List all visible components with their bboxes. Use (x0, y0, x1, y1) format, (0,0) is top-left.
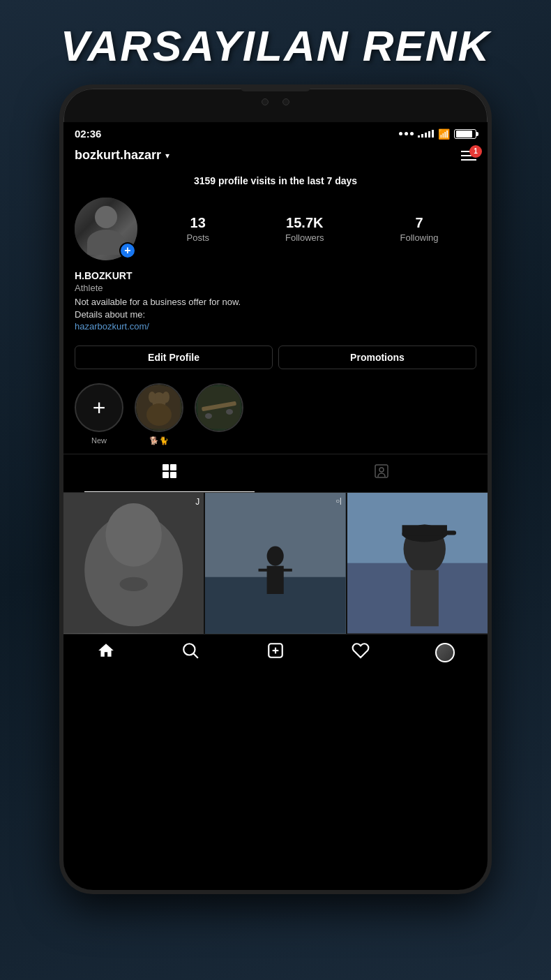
posts-count: 13 (186, 215, 209, 231)
dropdown-arrow-icon: ▾ (165, 151, 169, 161)
visits-suffix: profile visits in the last 7 days (216, 175, 357, 186)
nav-heart[interactable] (318, 641, 403, 665)
svg-point-18 (120, 577, 148, 591)
nav-add[interactable] (233, 641, 318, 665)
svg-point-17 (105, 503, 162, 567)
followers-label: Followers (285, 232, 324, 243)
status-icons: 📶 (399, 128, 476, 140)
grid-item-2[interactable]: ○| (205, 493, 345, 633)
bio-area: H.BOZKURT Athlete Not available for a bu… (63, 267, 488, 340)
tab-tagged[interactable] (276, 454, 488, 492)
person-icon (373, 463, 390, 484)
svg-rect-31 (442, 531, 456, 535)
story-dog[interactable]: 🐕🐈 (135, 383, 183, 445)
action-buttons: Edit Profile Promotions (63, 340, 488, 375)
phone-frame: 02:36 📶 (59, 84, 492, 894)
edit-profile-button[interactable]: Edit Profile (75, 346, 273, 369)
followers-count: 15.7K (285, 215, 324, 231)
promotions-button[interactable]: Promotions (278, 346, 476, 369)
svg-point-7 (205, 413, 212, 419)
following-stat[interactable]: 7 Following (400, 215, 439, 244)
svg-rect-13 (375, 465, 388, 477)
stats-area: 13 Posts 15.7K Followers 7 Following (149, 215, 476, 244)
bottom-nav (63, 634, 488, 669)
svg-point-4 (163, 392, 169, 403)
posts-label: Posts (186, 232, 209, 243)
bio-text: Not available for a business offer for n… (75, 296, 476, 321)
svg-point-22 (267, 547, 284, 566)
username-text: bozkurt.hazarr (75, 148, 161, 163)
status-time: 02:36 (75, 128, 101, 140)
battery-icon (454, 129, 476, 139)
svg-rect-32 (410, 570, 438, 627)
visits-count: 3159 (194, 175, 216, 186)
profile-visits: 3159 profile visits in the last 7 days (63, 168, 488, 191)
story-new[interactable]: + New (75, 383, 123, 445)
grid-item-3[interactable] (347, 493, 488, 633)
grid-overlay-1: J (195, 497, 199, 507)
svg-rect-24 (259, 569, 269, 572)
svg-rect-10 (170, 464, 176, 470)
nav-avatar (435, 643, 455, 662)
header-menu[interactable]: 1 (461, 151, 476, 161)
svg-rect-11 (163, 472, 169, 478)
svg-point-14 (379, 468, 384, 472)
svg-line-34 (194, 653, 199, 658)
story-dog-label: 🐕🐈 (149, 436, 169, 445)
page-title: VARSAYILAN RENK (61, 21, 491, 70)
stories-row: + New � (63, 375, 488, 454)
following-label: Following (400, 232, 439, 243)
bio-name: H.BOZKURT (75, 270, 476, 281)
tab-grid[interactable] (63, 454, 276, 492)
grid-icon (161, 463, 178, 484)
heart-icon (352, 641, 370, 665)
story-skate[interactable] (195, 383, 243, 445)
add-icon (266, 641, 285, 665)
svg-rect-25 (282, 569, 292, 572)
bio-title: Athlete (75, 283, 476, 293)
add-story-button[interactable]: + (119, 242, 136, 259)
search-icon (181, 641, 199, 665)
svg-point-8 (226, 409, 233, 415)
nav-search[interactable] (149, 641, 234, 665)
photo-grid: J ○| (63, 493, 488, 633)
username-area[interactable]: bozkurt.hazarr ▾ (75, 148, 169, 163)
nav-home[interactable] (63, 641, 149, 665)
profile-info: + 13 Posts 15.7K Followers 7 Following (63, 191, 488, 267)
bio-link[interactable]: hazarbozkurt.com/ (75, 321, 476, 332)
svg-point-2 (146, 403, 172, 426)
content-tab-bar (63, 454, 488, 493)
posts-stat[interactable]: 13 Posts (186, 215, 209, 244)
signal-icon (418, 130, 434, 138)
svg-point-33 (184, 644, 195, 655)
grid-overlay-2: ○| (335, 497, 342, 505)
grid-item-1[interactable]: J (63, 493, 204, 633)
svg-rect-23 (267, 566, 284, 594)
following-count: 7 (400, 215, 439, 231)
profile-header: bozkurt.hazarr ▾ 1 (63, 142, 488, 168)
followers-stat[interactable]: 15.7K Followers (285, 215, 324, 244)
notification-badge: 1 (469, 145, 482, 158)
story-new-label: New (91, 436, 107, 445)
status-bar: 02:36 📶 (63, 122, 488, 142)
home-icon (97, 641, 115, 665)
svg-rect-9 (163, 464, 169, 470)
svg-rect-12 (170, 472, 176, 478)
svg-point-3 (149, 392, 156, 403)
svg-rect-30 (402, 526, 446, 536)
wifi-icon: 📶 (438, 128, 450, 140)
avatar-wrapper[interactable]: + (75, 198, 137, 260)
nav-profile[interactable] (402, 641, 488, 665)
